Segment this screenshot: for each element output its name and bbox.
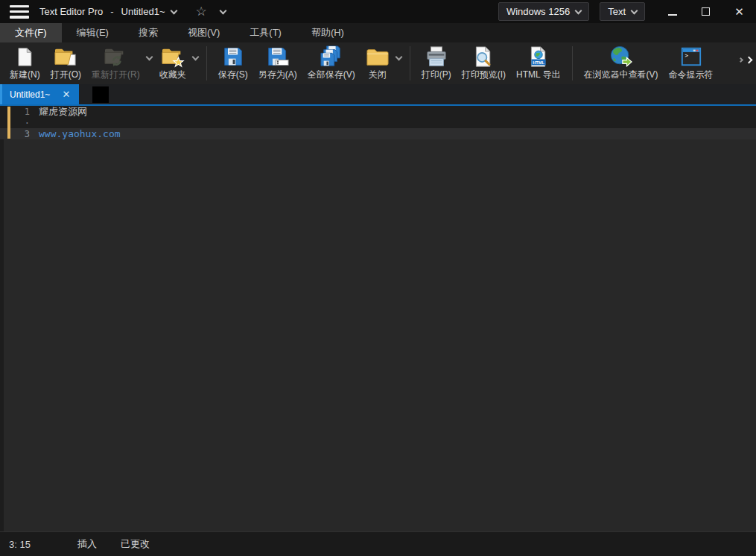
toolbar-button-command-prompt[interactable]: > 命令提示符 — [664, 44, 719, 83]
editor-line[interactable]: · — [0, 117, 756, 128]
syntax-dropdown[interactable]: Text — [600, 2, 645, 21]
toolbar-button-print-preview[interactable]: 打印预览(I) — [457, 44, 511, 83]
overflow-tick-icon — [738, 57, 743, 62]
favorites-folder-icon — [161, 45, 185, 68]
toolbar-separator — [206, 46, 207, 80]
close-icon: ✕ — [734, 6, 744, 17]
toolbar-button-save[interactable]: 保存(S) — [213, 44, 253, 83]
menu-tools[interactable]: 工具(T) — [235, 23, 296, 42]
toolbar-button-label: 关闭 — [369, 69, 387, 81]
toolbar: 新建(N) 打开(O) 重新打开(R) 收藏夹 — [0, 42, 756, 84]
close-folder-icon — [366, 45, 390, 68]
chevron-down-icon — [191, 54, 199, 61]
app-window: Text Editor Pro - Untitled1~ ☆ Windows 1… — [0, 0, 756, 556]
chevron-down-icon[interactable] — [219, 7, 226, 14]
menu-edit[interactable]: 编辑(E) — [62, 23, 124, 42]
black-square — [92, 86, 109, 103]
toolbar-button-new[interactable]: 新建(N) — [4, 44, 45, 83]
document-selector-label: Untitled1~ — [121, 6, 165, 17]
editor-area[interactable]: 1 耀虎资源网 · 3 www.yaohux.com — [0, 106, 756, 531]
toolbar-button-label: 全部保存(V) — [308, 69, 355, 81]
minimize-icon — [668, 14, 677, 16]
menu-view[interactable]: 视图(V) — [173, 23, 235, 42]
svg-text:>: > — [684, 52, 688, 59]
view-in-browser-icon — [609, 45, 633, 68]
menu-bar: 文件(F) 编辑(E) 搜索 视图(V) 工具(T) 帮助(H) — [0, 23, 756, 42]
open-folder-icon — [54, 45, 77, 68]
toolbar-button-label: 收藏夹 — [159, 69, 186, 81]
toolbar-button-view-in-browser[interactable]: 在浏览器中查看(V) — [579, 44, 664, 83]
close-dropdown[interactable] — [395, 54, 404, 72]
modified-lines-indicator — [7, 107, 10, 139]
svg-text:HTML: HTML — [533, 60, 544, 65]
modified-state-indicator: 已更改 — [121, 537, 150, 551]
close-button[interactable]: ✕ — [722, 0, 756, 23]
document-lines: 1 耀虎资源网 · 3 www.yaohux.com — [0, 106, 756, 139]
reopen-dropdown[interactable] — [145, 54, 154, 72]
menu-file[interactable]: 文件(F) — [0, 23, 62, 42]
line-text-url: www.yaohux.com — [39, 128, 121, 139]
toolbar-button-label: 命令提示符 — [669, 69, 714, 81]
encoding-dropdown-label: Windows 1256 — [506, 6, 570, 17]
toolbar-button-save-as[interactable]: 另存为(A) — [253, 44, 302, 83]
chevron-down-icon — [631, 7, 638, 14]
syntax-dropdown-label: Text — [608, 6, 626, 17]
line-number: · — [0, 118, 39, 128]
favorites-dropdown[interactable] — [191, 54, 200, 72]
encoding-dropdown[interactable]: Windows 1256 — [498, 2, 589, 21]
hamburger-menu-icon[interactable] — [10, 5, 29, 19]
toolbar-separator — [572, 46, 573, 80]
menu-help[interactable]: 帮助(H) — [296, 23, 359, 42]
html-export-icon: HTML — [528, 45, 549, 68]
editor-line-current[interactable]: 3 www.yaohux.com — [0, 128, 756, 139]
toolbar-button-save-all[interactable]: 全部保存(V) — [302, 44, 360, 83]
maximize-button[interactable] — [689, 0, 722, 23]
new-document-icon — [15, 45, 34, 68]
toolbar-button-html-export[interactable]: HTML HTML 导出 — [511, 44, 566, 83]
favorite-star-icon[interactable]: ☆ — [196, 4, 207, 19]
toolbar-button-label: 另存为(A) — [258, 69, 297, 81]
caret-position: 3: 15 — [9, 539, 74, 550]
status-bar: 3: 15 插入 已更改 — [0, 531, 756, 556]
toolbar-button-close[interactable]: 关闭 — [360, 44, 395, 83]
tab-untitled1[interactable]: Untitled1~ ✕ — [0, 84, 79, 104]
title-separator: - — [110, 6, 113, 17]
chevron-down-icon — [575, 7, 582, 14]
insert-mode-indicator[interactable]: 插入 — [77, 537, 97, 551]
toolbar-button-label: 保存(S) — [218, 69, 248, 81]
save-icon — [223, 45, 244, 68]
editor-line[interactable]: 1 耀虎资源网 — [0, 106, 756, 117]
toolbar-button-label: 打印预览(I) — [462, 69, 506, 81]
toolbar-button-favorites[interactable]: 收藏夹 — [154, 44, 191, 83]
chevron-down-icon — [145, 54, 153, 61]
print-preview-icon — [473, 45, 494, 68]
command-prompt-icon: > — [680, 45, 702, 68]
chevron-down-icon — [395, 54, 402, 61]
toolbar-overflow-button[interactable] — [739, 57, 752, 70]
toolbar-button-print[interactable]: 打印(P) — [416, 44, 457, 83]
print-icon — [425, 45, 448, 68]
toolbar-button-label: 打开(O) — [51, 69, 81, 81]
line-text: 耀虎资源网 — [39, 105, 87, 119]
toolbar-separator — [410, 46, 410, 80]
tab-bar: Untitled1~ ✕ — [0, 84, 756, 106]
minimize-button[interactable] — [655, 0, 689, 23]
chevron-down-icon — [170, 7, 177, 14]
title-bar-right: Windows 1256 Text ✕ — [498, 0, 756, 23]
toolbar-button-label: 新建(N) — [10, 69, 40, 81]
title-bar: Text Editor Pro - Untitled1~ ☆ Windows 1… — [0, 0, 756, 23]
maximize-icon — [702, 7, 710, 16]
document-selector[interactable]: Untitled1~ — [121, 6, 177, 17]
toolbar-button-open[interactable]: 打开(O) — [45, 44, 86, 83]
editor-left-margin — [0, 106, 4, 531]
tab-label: Untitled1~ — [10, 89, 50, 100]
tab-close-icon[interactable]: ✕ — [62, 89, 70, 100]
toolbar-button-label: HTML 导出 — [516, 69, 561, 81]
toolbar-button-reopen: 重新打开(R) — [86, 44, 145, 83]
menu-search[interactable]: 搜索 — [124, 23, 173, 42]
toolbar-button-label: 重新打开(R) — [92, 69, 140, 81]
app-title: Text Editor Pro — [39, 6, 103, 17]
line-number: 1 — [0, 107, 39, 117]
save-all-icon — [320, 45, 343, 68]
chevron-right-icon — [746, 56, 753, 63]
